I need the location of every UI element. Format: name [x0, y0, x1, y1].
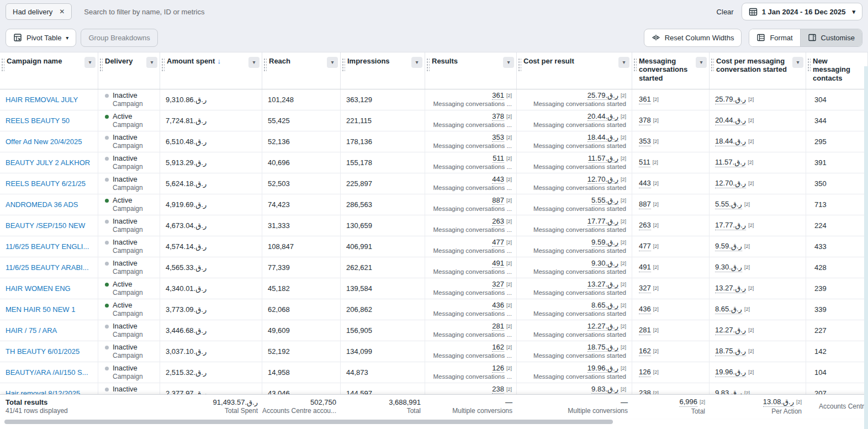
column-menu-button[interactable]: ▾ — [792, 57, 803, 68]
metric-value[interactable]: 281 — [492, 322, 504, 331]
column-menu-button[interactable]: ▾ — [618, 57, 629, 68]
metric-value[interactable]: 887 — [639, 200, 651, 209]
column-menu-button[interactable]: ▾ — [503, 57, 514, 68]
metric-value[interactable]: 443 — [639, 179, 651, 188]
chip-close-icon[interactable]: ✕ — [59, 8, 65, 15]
campaign-name-link[interactable]: REELS BEAUTY 6/21/25 — [6, 179, 93, 188]
metric-value[interactable]: ر.ق.9.59 — [715, 242, 742, 251]
metric-value[interactable]: 126 — [639, 368, 651, 377]
campaign-name-link[interactable]: Hair removal 8/12/2025 — [6, 389, 93, 394]
metric-value[interactable]: 361 — [492, 91, 504, 100]
metric-value[interactable]: 238 — [492, 385, 504, 394]
metric-value[interactable]: ر.ق.18.75 — [715, 347, 746, 356]
column-menu-button[interactable]: ▾ — [84, 57, 96, 68]
metric-value[interactable]: 491 — [492, 259, 504, 268]
metric-value[interactable]: ر.ق.12.27 — [715, 326, 746, 335]
column-header-contacts[interactable]: New messaging contacts — [806, 52, 868, 89]
metric-value[interactable]: 281 — [639, 326, 651, 335]
metric-value[interactable]: ر.ق.20.44 — [715, 116, 746, 125]
metric-value[interactable]: ر.ق.25.79 — [588, 91, 618, 100]
metric-value[interactable]: 263 — [492, 217, 504, 226]
total-value[interactable]: ر.ق.13.08 — [763, 398, 794, 407]
metric-value[interactable]: ر.ق.8.65 — [715, 305, 742, 314]
metric-value[interactable]: ر.ق.19.96 — [715, 368, 746, 377]
format-button[interactable]: Format — [749, 29, 800, 46]
campaign-name-link[interactable]: Offer Ad New 20/4/2025 — [6, 137, 93, 146]
column-menu-button[interactable]: ▾ — [327, 57, 338, 68]
metric-value[interactable]: 327 — [639, 284, 651, 293]
column-header-msg[interactable]: Messaging conversations started▾ — [632, 52, 710, 89]
metric-value[interactable]: ر.ق.12.70 — [588, 175, 618, 184]
column-menu-button[interactable]: ▾ — [248, 57, 260, 68]
metric-value[interactable]: ر.ق.5.55 — [715, 200, 742, 209]
column-header-campaign[interactable]: Campaign name▾ — [0, 52, 98, 89]
metric-value[interactable]: 477 — [639, 242, 651, 251]
pivot-table-button[interactable]: Pivot Table ▾ — [6, 29, 76, 47]
campaign-name-link[interactable]: HAIR REMOVAL JULY — [6, 96, 93, 104]
metric-value[interactable]: ر.ق.11.57 — [588, 154, 618, 163]
column-header-reach[interactable]: Reach▾ — [262, 52, 341, 89]
metric-value[interactable]: ر.ق.9.59 — [591, 238, 618, 247]
column-menu-button[interactable]: ▾ — [146, 57, 157, 68]
metric-value[interactable]: ر.ق.18.75 — [588, 343, 618, 352]
drag-handle-icon[interactable] — [807, 58, 811, 71]
date-range-button[interactable]: 1 Jan 2024 - 16 Dec 2025 ▾ — [742, 3, 862, 20]
campaign-name-link[interactable]: BEAUTY /SEP/150 NEW — [6, 221, 93, 230]
campaign-name-link[interactable]: HAIR / 75 / ARA — [6, 326, 93, 335]
metric-value[interactable]: ر.ق.12.70 — [715, 179, 746, 188]
metric-value[interactable]: 477 — [492, 238, 504, 247]
campaign-name-link[interactable]: HAIR WOMEN ENG — [6, 284, 93, 293]
drag-handle-icon[interactable] — [633, 58, 637, 71]
campaign-name-link[interactable]: 11/6/25 BEAUTY ARABI... — [6, 263, 93, 272]
metric-value[interactable]: 436 — [492, 301, 504, 310]
column-menu-button[interactable]: ▾ — [411, 57, 422, 68]
metric-value[interactable]: 491 — [639, 263, 651, 272]
metric-value[interactable]: 378 — [639, 116, 651, 125]
metric-value[interactable]: 162 — [639, 347, 651, 356]
metric-value[interactable]: 263 — [639, 221, 651, 230]
metric-value[interactable]: ر.ق.9.83 — [591, 385, 618, 394]
drag-handle-icon[interactable] — [426, 58, 430, 71]
metric-value[interactable]: ر.ق.20.44 — [588, 112, 618, 121]
metric-value[interactable]: ر.ق.13.27 — [588, 280, 618, 289]
column-header-amount[interactable]: Amount spent↓▾ — [160, 52, 262, 89]
column-menu-button[interactable]: ▾ — [696, 57, 707, 68]
metric-value[interactable]: ر.ق.19.96 — [588, 364, 618, 373]
metric-value[interactable]: ر.ق.11.57 — [715, 158, 745, 167]
metric-value[interactable]: 353 — [639, 137, 651, 146]
metric-value[interactable]: 361 — [639, 95, 651, 104]
metric-value[interactable]: ر.ق.9.30 — [715, 263, 742, 272]
metric-value[interactable]: 443 — [492, 175, 504, 184]
total-value[interactable]: 6,996 — [679, 398, 697, 407]
campaign-name-link[interactable]: BEAUTY/ARA /AI/150 S... — [6, 368, 93, 377]
metric-value[interactable]: 238 — [639, 389, 651, 394]
drag-handle-icon[interactable] — [518, 58, 521, 71]
drag-handle-icon[interactable] — [263, 58, 267, 71]
metric-value[interactable]: ر.ق.17.77 — [588, 217, 618, 226]
clear-button[interactable]: Clear — [717, 8, 734, 16]
metric-value[interactable]: ر.ق.18.44 — [715, 137, 746, 146]
drag-handle-icon[interactable] — [1, 58, 4, 71]
metric-value[interactable]: ر.ق.8.65 — [591, 301, 618, 310]
scrollbar-thumb[interactable] — [4, 420, 613, 424]
metric-value[interactable]: ر.ق.18.44 — [588, 133, 618, 142]
column-header-impressions[interactable]: Impressions▾ — [341, 52, 425, 89]
group-breakdowns-button[interactable]: Group Breakdowns — [81, 29, 157, 47]
metric-value[interactable]: ر.ق.25.79 — [715, 95, 746, 104]
metric-value[interactable]: 436 — [639, 305, 651, 314]
column-header-cost_result[interactable]: Cost per result▾ — [517, 52, 632, 89]
filter-chip-had-delivery[interactable]: Had delivery ✕ — [6, 3, 72, 20]
metric-value[interactable]: 887 — [492, 196, 504, 205]
metric-value[interactable]: 511 — [639, 158, 650, 167]
reset-column-widths-button[interactable]: Reset Column Widths — [644, 29, 742, 47]
campaign-name-link[interactable]: TH BEAUTY 6/01/2025 — [6, 347, 93, 356]
campaign-name-link[interactable]: MEN HAIR 50 NEW 1 — [6, 305, 93, 314]
metric-value[interactable]: 353 — [492, 133, 504, 142]
metric-value[interactable]: ر.ق.9.83 — [715, 389, 742, 394]
search-input[interactable] — [84, 8, 716, 16]
column-header-cost_msg[interactable]: Cost per messaging conversation started▾ — [710, 52, 806, 89]
metric-value[interactable]: 378 — [492, 112, 504, 121]
drag-handle-icon[interactable] — [161, 58, 165, 71]
campaign-name-link[interactable]: ANDROMEDA 36 ADS — [6, 200, 93, 209]
drag-handle-icon[interactable] — [99, 58, 103, 71]
